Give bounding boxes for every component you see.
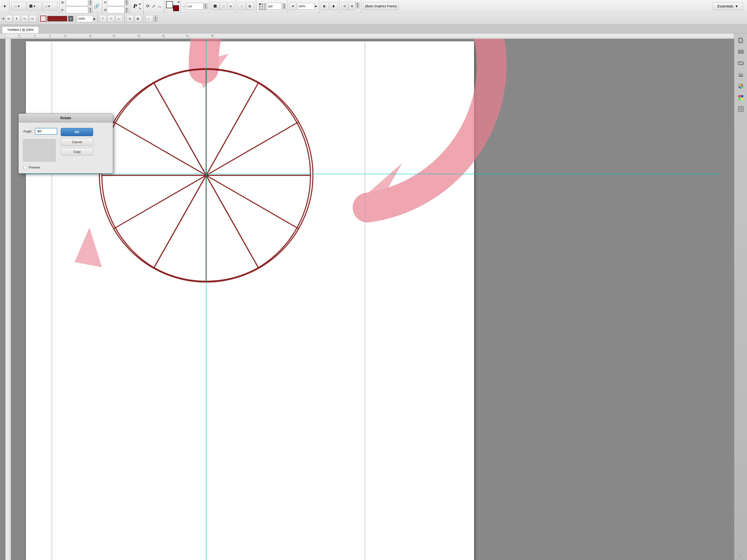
flip-h-btn[interactable]: ⇔	[5, 15, 13, 22]
width-down-btn[interactable]: ▼	[88, 2, 92, 5]
rotate-90-btn[interactable]: ↪	[21, 15, 29, 22]
layers-panel-btn[interactable]	[736, 47, 746, 57]
stack-group: ⊡ ⊞ ▲ ▼	[341, 2, 359, 10]
width-input[interactable]	[66, 0, 88, 6]
svg-text:48: 48	[211, 34, 213, 37]
dialog-body: Angle: OK Cance	[19, 123, 113, 173]
wrap-none-btn[interactable]: ⬜	[238, 2, 246, 10]
stroke-color-swatch[interactable]	[47, 16, 67, 21]
stroke-fill-icon[interactable]	[40, 16, 46, 22]
tool-select-btn[interactable]: ⬜ ▼	[11, 2, 26, 10]
corner-down-btn[interactable]: ▼	[154, 19, 157, 22]
document-tab[interactable]: *Untitled-1 @ 100%	[2, 26, 39, 33]
cancel-button[interactable]: Cancel	[61, 138, 93, 146]
align-right-btn[interactable]: ◨	[330, 2, 338, 10]
ref-point-input[interactable]	[267, 3, 282, 10]
svg-text:-6: -6	[18, 34, 20, 37]
stack-btn[interactable]: ⊡	[341, 2, 348, 10]
sw-up-btn[interactable]: ▲	[204, 3, 207, 6]
pages-panel-btn[interactable]	[736, 35, 746, 45]
pen-tool-btn[interactable]: P	[132, 2, 138, 10]
pencil-group: ✏ ∿	[139, 2, 141, 10]
skew-input[interactable]	[107, 6, 125, 14]
stack-up-btn[interactable]: ▲	[356, 2, 359, 5]
corner-options-btn[interactable]: ⌐	[146, 15, 153, 22]
align-left-btn[interactable]: ◧	[321, 2, 329, 10]
scale-tool-btn[interactable]: ⤢	[151, 3, 156, 9]
width-up-btn[interactable]: ▲	[88, 0, 92, 2]
color-panel-btn[interactable]	[736, 81, 746, 91]
zoom-percent-arrow[interactable]: ▶	[94, 18, 96, 20]
stroke-style-group: ▼	[40, 16, 73, 22]
constrain-icon[interactable]: 🔗	[93, 2, 100, 10]
sw-down-btn[interactable]: ▼	[204, 6, 207, 9]
zoom-display-btn[interactable]: ⊕	[290, 2, 296, 10]
essentials-btn[interactable]: Essentials ▼	[713, 2, 743, 10]
app-menu-icon[interactable]: ▼	[2, 3, 7, 9]
align-top-btn[interactable]: ⊤	[99, 15, 107, 22]
angle-input[interactable]	[35, 128, 57, 135]
ref-up-btn[interactable]: ▲	[282, 3, 286, 6]
preview-mode-btn[interactable]: ⬛	[211, 2, 219, 10]
ruler-vertical	[5, 39, 11, 560]
links-panel-btn[interactable]	[736, 58, 746, 68]
copy-button[interactable]: Copy	[61, 148, 93, 156]
skew-stepper: ▲ ▼	[125, 7, 128, 13]
zoom-percent-group: ▶	[77, 15, 96, 22]
corner-up-btn[interactable]: ▲	[154, 16, 157, 19]
preview-checkbox[interactable]	[23, 166, 27, 169]
fill-swatch[interactable]	[166, 1, 173, 8]
stroke-dropdown-btn[interactable]: ▼	[68, 16, 73, 21]
table-panel-btn[interactable]	[736, 104, 746, 114]
swap-icon[interactable]: ⇄	[178, 1, 180, 3]
skew-up-btn[interactable]: ▲	[125, 7, 128, 10]
swatches-panel-btn[interactable]	[736, 92, 746, 103]
align-center-v-btn[interactable]: ⊣	[107, 15, 115, 22]
stroke-panel-btn[interactable]	[736, 70, 746, 80]
ok-button[interactable]: OK	[61, 128, 93, 136]
canvas-area[interactable]: Rotate Angle:	[11, 39, 734, 560]
svg-rect-54	[738, 50, 743, 51]
panel-scroll-indicator: 5	[740, 556, 741, 558]
svg-rect-62	[741, 95, 743, 97]
rotate-90cc-btn[interactable]: ↩	[29, 15, 36, 22]
wrap-around-btn[interactable]: ▤	[246, 2, 254, 10]
ref-down-btn[interactable]: ▼	[282, 6, 286, 9]
zoom-arrow-btn[interactable]: ▶	[315, 5, 317, 7]
zoom-input[interactable]	[297, 3, 314, 10]
height-stepper: ▲ ▼	[88, 7, 92, 13]
shear-tool-btn[interactable]: ⌓	[157, 3, 162, 9]
zoom-percent-input[interactable]	[77, 15, 93, 22]
flip-v-btn[interactable]: ⇕	[13, 15, 21, 22]
tool-arrange-btn[interactable]: ⬚ ▼	[43, 2, 57, 10]
stack-down-btn[interactable]: ▼	[356, 5, 359, 8]
view-quality-btn[interactable]: ⬚	[220, 2, 227, 10]
height-input[interactable]	[66, 6, 88, 14]
fill-stroke-group: ⇄	[166, 1, 179, 11]
rot-up-btn[interactable]: ▲	[125, 0, 128, 2]
skew-down-btn[interactable]: ▼	[125, 10, 128, 13]
stroke-weight-input[interactable]	[186, 3, 203, 10]
rotate-tool-btn[interactable]: ⟳	[145, 3, 150, 9]
tool-frame-btn[interactable]: ⬛ ▼	[27, 2, 42, 10]
dimensions-group: W: ▲ ▼ H: ▲ ▼	[61, 0, 92, 14]
align-bottom-btn[interactable]: ⊥	[115, 15, 123, 22]
ref-point-grid[interactable]	[258, 2, 266, 10]
height-up-btn[interactable]: ▲	[88, 7, 92, 10]
smooth-tool-btn[interactable]: ∿	[139, 6, 141, 10]
tab-bar: *Untitled-1 @ 100%	[0, 25, 747, 33]
essentials-label: Essentials	[717, 4, 733, 8]
stroke-swatch[interactable]	[173, 5, 179, 11]
spacing-btn1[interactable]: ⊡	[127, 15, 134, 22]
stroke-weight-icon: —	[183, 5, 185, 8]
pencil-tool-btn[interactable]: ✏	[139, 2, 141, 6]
rotation-input[interactable]	[107, 0, 125, 6]
height-down-btn[interactable]: ▼	[88, 10, 92, 13]
skew-row: ⊘ ▲ ▼	[104, 6, 128, 14]
stack-options-btn[interactable]: ⊞	[349, 2, 355, 10]
frame-type-btn[interactable]: [Basic Graphics Frame]	[363, 2, 398, 10]
spacing-btn2[interactable]: ⊠	[134, 15, 142, 22]
rot-down-btn[interactable]: ▼	[125, 2, 128, 5]
dialog-preview-box	[23, 139, 55, 162]
formula-btn[interactable]: fx	[228, 2, 234, 10]
